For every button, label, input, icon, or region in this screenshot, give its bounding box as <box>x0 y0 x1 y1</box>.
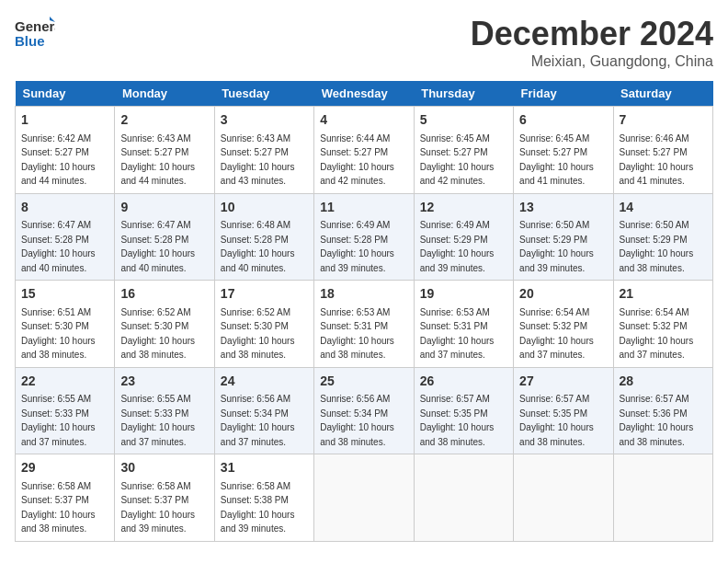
calendar-week-row: 8 Sunrise: 6:47 AMSunset: 5:28 PMDayligh… <box>16 193 713 281</box>
day-number: 30 <box>120 459 208 477</box>
calendar-day-cell: 21 Sunrise: 6:54 AMSunset: 5:32 PMDaylig… <box>613 281 712 368</box>
calendar-day-cell: 15 Sunrise: 6:51 AMSunset: 5:30 PMDaylig… <box>16 281 115 368</box>
day-number: 15 <box>21 285 108 304</box>
logo-icon: General Blue <box>15 15 55 50</box>
calendar-day-cell: 11 Sunrise: 6:49 AMSunset: 5:28 PMDaylig… <box>314 193 414 281</box>
svg-text:Blue: Blue <box>15 33 45 49</box>
calendar-week-row: 15 Sunrise: 6:51 AMSunset: 5:30 PMDaylig… <box>16 281 713 368</box>
calendar-day-cell: 20 Sunrise: 6:54 AMSunset: 5:32 PMDaylig… <box>514 281 613 368</box>
title-section: December 2024 Meixian, Guangdong, China <box>471 15 713 70</box>
day-number: 11 <box>320 199 407 217</box>
page-header: General Blue December 2024 Meixian, Guan… <box>15 15 713 70</box>
calendar-day-cell: 29 Sunrise: 6:58 AMSunset: 5:37 PMDaylig… <box>16 454 115 542</box>
day-info: Sunrise: 6:56 AMSunset: 5:34 PMDaylight:… <box>221 394 295 447</box>
day-number: 12 <box>420 199 507 217</box>
day-info: Sunrise: 6:58 AMSunset: 5:37 PMDaylight:… <box>120 481 195 534</box>
calendar-day-cell <box>514 454 613 542</box>
calendar-day-cell: 6 Sunrise: 6:45 AMSunset: 5:27 PMDayligh… <box>514 107 613 194</box>
calendar-day-cell: 19 Sunrise: 6:53 AMSunset: 5:31 PMDaylig… <box>414 281 513 368</box>
day-info: Sunrise: 6:55 AMSunset: 5:33 PMDaylight:… <box>21 394 96 447</box>
day-number: 1 <box>21 111 108 130</box>
weekday-header-thursday: Thursday <box>414 81 513 107</box>
day-number: 2 <box>120 111 208 130</box>
day-info: Sunrise: 6:49 AMSunset: 5:29 PMDaylight:… <box>420 220 495 273</box>
day-number: 24 <box>221 373 308 391</box>
calendar-day-cell: 25 Sunrise: 6:56 AMSunset: 5:34 PMDaylig… <box>314 367 414 454</box>
calendar-day-cell: 24 Sunrise: 6:56 AMSunset: 5:34 PMDaylig… <box>214 367 313 454</box>
day-info: Sunrise: 6:51 AMSunset: 5:30 PMDaylight:… <box>21 307 96 361</box>
calendar-day-cell: 7 Sunrise: 6:46 AMSunset: 5:27 PMDayligh… <box>613 107 712 194</box>
logo: General Blue <box>15 15 55 50</box>
day-number: 25 <box>320 373 407 391</box>
day-number: 6 <box>519 111 607 130</box>
day-number: 13 <box>519 199 607 217</box>
day-info: Sunrise: 6:49 AMSunset: 5:28 PMDaylight:… <box>320 220 394 273</box>
calendar-day-cell: 1 Sunrise: 6:42 AMSunset: 5:27 PMDayligh… <box>16 107 115 194</box>
day-number: 21 <box>620 285 707 304</box>
day-number: 28 <box>620 373 707 391</box>
day-number: 18 <box>320 285 407 304</box>
day-info: Sunrise: 6:56 AMSunset: 5:34 PMDaylight:… <box>320 394 394 447</box>
day-info: Sunrise: 6:45 AMSunset: 5:27 PMDaylight:… <box>420 133 495 187</box>
day-number: 29 <box>21 459 108 477</box>
day-number: 31 <box>221 459 308 477</box>
day-number: 22 <box>21 373 108 391</box>
calendar-day-cell: 18 Sunrise: 6:53 AMSunset: 5:31 PMDaylig… <box>314 281 414 368</box>
calendar-day-cell: 17 Sunrise: 6:52 AMSunset: 5:30 PMDaylig… <box>214 281 313 368</box>
calendar-day-cell: 10 Sunrise: 6:48 AMSunset: 5:28 PMDaylig… <box>214 193 313 281</box>
calendar-day-cell: 14 Sunrise: 6:50 AMSunset: 5:29 PMDaylig… <box>613 193 712 281</box>
weekday-header-row: SundayMondayTuesdayWednesdayThursdayFrid… <box>16 81 713 107</box>
calendar-day-cell: 30 Sunrise: 6:58 AMSunset: 5:37 PMDaylig… <box>115 454 214 542</box>
day-info: Sunrise: 6:43 AMSunset: 5:27 PMDaylight:… <box>221 133 295 187</box>
weekday-header-sunday: Sunday <box>16 81 115 107</box>
calendar-day-cell: 26 Sunrise: 6:57 AMSunset: 5:35 PMDaylig… <box>414 367 513 454</box>
calendar-day-cell: 3 Sunrise: 6:43 AMSunset: 5:27 PMDayligh… <box>214 107 313 194</box>
day-info: Sunrise: 6:54 AMSunset: 5:32 PMDaylight:… <box>519 307 594 361</box>
day-info: Sunrise: 6:47 AMSunset: 5:28 PMDaylight:… <box>21 220 96 273</box>
calendar-day-cell: 8 Sunrise: 6:47 AMSunset: 5:28 PMDayligh… <box>16 193 115 281</box>
day-info: Sunrise: 6:55 AMSunset: 5:33 PMDaylight:… <box>120 394 195 447</box>
day-number: 14 <box>620 199 707 217</box>
calendar-day-cell: 4 Sunrise: 6:44 AMSunset: 5:27 PMDayligh… <box>314 107 414 194</box>
day-number: 16 <box>120 285 208 304</box>
day-number: 27 <box>519 373 607 391</box>
day-info: Sunrise: 6:53 AMSunset: 5:31 PMDaylight:… <box>320 307 394 361</box>
weekday-header-tuesday: Tuesday <box>214 81 313 107</box>
day-info: Sunrise: 6:57 AMSunset: 5:36 PMDaylight:… <box>620 394 694 447</box>
calendar-day-cell: 5 Sunrise: 6:45 AMSunset: 5:27 PMDayligh… <box>414 107 513 194</box>
day-info: Sunrise: 6:57 AMSunset: 5:35 PMDaylight:… <box>420 394 495 447</box>
calendar-day-cell: 28 Sunrise: 6:57 AMSunset: 5:36 PMDaylig… <box>613 367 712 454</box>
day-info: Sunrise: 6:52 AMSunset: 5:30 PMDaylight:… <box>221 307 295 361</box>
day-info: Sunrise: 6:57 AMSunset: 5:35 PMDaylight:… <box>519 394 594 447</box>
day-info: Sunrise: 6:53 AMSunset: 5:31 PMDaylight:… <box>420 307 495 361</box>
day-info: Sunrise: 6:46 AMSunset: 5:27 PMDaylight:… <box>620 133 694 187</box>
location-title: Meixian, Guangdong, China <box>471 53 713 70</box>
calendar-day-cell <box>414 454 513 542</box>
day-info: Sunrise: 6:52 AMSunset: 5:30 PMDaylight:… <box>120 307 195 361</box>
day-info: Sunrise: 6:58 AMSunset: 5:37 PMDaylight:… <box>21 481 96 534</box>
calendar-table: SundayMondayTuesdayWednesdayThursdayFrid… <box>15 81 713 542</box>
day-info: Sunrise: 6:42 AMSunset: 5:27 PMDaylight:… <box>21 133 96 187</box>
calendar-day-cell: 23 Sunrise: 6:55 AMSunset: 5:33 PMDaylig… <box>115 367 214 454</box>
day-info: Sunrise: 6:54 AMSunset: 5:32 PMDaylight:… <box>620 307 694 361</box>
day-number: 23 <box>120 373 208 391</box>
day-info: Sunrise: 6:50 AMSunset: 5:29 PMDaylight:… <box>519 220 594 273</box>
calendar-day-cell: 13 Sunrise: 6:50 AMSunset: 5:29 PMDaylig… <box>514 193 613 281</box>
calendar-day-cell: 2 Sunrise: 6:43 AMSunset: 5:27 PMDayligh… <box>115 107 214 194</box>
day-number: 19 <box>420 285 507 304</box>
weekday-header-wednesday: Wednesday <box>314 81 414 107</box>
calendar-day-cell: 16 Sunrise: 6:52 AMSunset: 5:30 PMDaylig… <box>115 281 214 368</box>
day-number: 5 <box>420 111 507 130</box>
month-title: December 2024 <box>471 15 713 53</box>
calendar-week-row: 29 Sunrise: 6:58 AMSunset: 5:37 PMDaylig… <box>16 454 713 542</box>
calendar-day-cell: 9 Sunrise: 6:47 AMSunset: 5:28 PMDayligh… <box>115 193 214 281</box>
day-info: Sunrise: 6:58 AMSunset: 5:38 PMDaylight:… <box>221 481 295 534</box>
day-number: 9 <box>120 199 208 217</box>
day-number: 20 <box>519 285 607 304</box>
day-number: 10 <box>221 199 308 217</box>
calendar-day-cell: 27 Sunrise: 6:57 AMSunset: 5:35 PMDaylig… <box>514 367 613 454</box>
weekday-header-saturday: Saturday <box>613 81 712 107</box>
day-info: Sunrise: 6:44 AMSunset: 5:27 PMDaylight:… <box>320 133 394 187</box>
day-info: Sunrise: 6:50 AMSunset: 5:29 PMDaylight:… <box>620 220 694 273</box>
day-info: Sunrise: 6:45 AMSunset: 5:27 PMDaylight:… <box>519 133 594 187</box>
